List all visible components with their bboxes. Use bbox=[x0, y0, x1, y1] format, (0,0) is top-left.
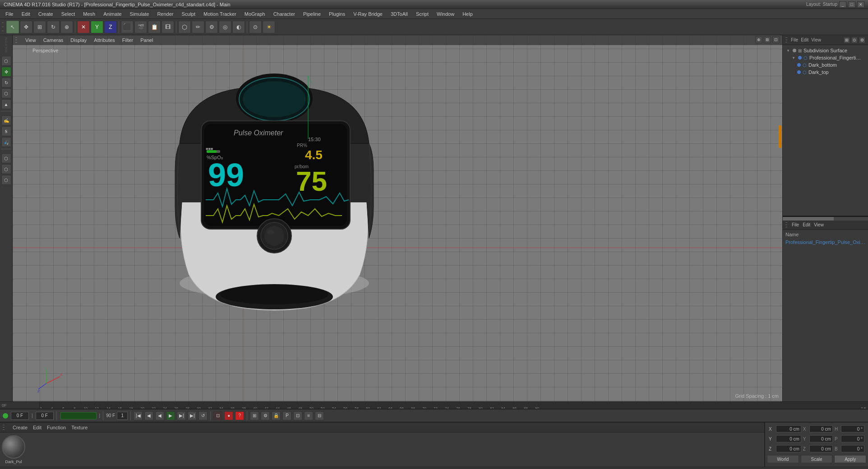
timeline-range[interactable] bbox=[60, 412, 97, 419]
auto-key-btn[interactable]: ⊡ bbox=[213, 411, 222, 420]
right-panel-icons[interactable]: ⊞ bbox=[844, 37, 850, 43]
left-box3-btn[interactable]: ⬡ bbox=[1, 175, 11, 185]
menu-window[interactable]: Window bbox=[433, 10, 458, 18]
fps-input[interactable] bbox=[117, 412, 128, 420]
material-thumbnail[interactable] bbox=[2, 435, 25, 459]
viewport-menu-panel[interactable]: Panel bbox=[140, 37, 153, 43]
loop-btn[interactable]: ↺ bbox=[199, 411, 208, 420]
attr-file[interactable]: File bbox=[792, 222, 799, 227]
play-back-btn[interactable]: ◀ bbox=[155, 411, 164, 420]
right-panel-search[interactable]: ⊙ bbox=[851, 37, 858, 43]
tool-anim1[interactable]: 🎬 bbox=[134, 21, 147, 33]
tool-scale[interactable]: ⊞ bbox=[33, 21, 46, 33]
tool-move[interactable]: ✥ bbox=[20, 21, 32, 33]
tool-anim2[interactable]: 📋 bbox=[148, 21, 161, 33]
left-uvw-btn[interactable]: ▲ bbox=[1, 99, 11, 109]
tool-z[interactable]: Z bbox=[104, 21, 117, 33]
menu-mograph[interactable]: MoGraph bbox=[241, 10, 269, 18]
motion-mode-btn[interactable]: ⊞ bbox=[250, 411, 259, 420]
tool-gear[interactable]: ⚙ bbox=[205, 21, 218, 33]
p-mode-btn[interactable]: P bbox=[282, 411, 291, 420]
left-poly-btn[interactable]: ⬡ bbox=[1, 88, 11, 98]
scroll-thumb[interactable] bbox=[783, 217, 834, 221]
tool-y[interactable]: Y bbox=[91, 21, 103, 33]
scale-btn[interactable]: Scale bbox=[801, 455, 833, 463]
right-panel-settings[interactable]: ⚙ bbox=[859, 37, 865, 43]
mat-function[interactable]: Function bbox=[47, 425, 66, 430]
coord-y-size[interactable] bbox=[809, 435, 833, 442]
attr-edit[interactable]: Edit bbox=[803, 222, 810, 227]
left-model-btn[interactable]: ⬡ bbox=[1, 56, 11, 66]
coord-b-rot[interactable] bbox=[841, 445, 864, 452]
coord-z-pos[interactable] bbox=[776, 445, 801, 452]
go-start-btn[interactable]: |◀ bbox=[134, 411, 143, 420]
box-mode-btn[interactable]: ⊟ bbox=[315, 411, 324, 420]
record-active-btn[interactable]: ● bbox=[224, 411, 233, 420]
tree-item-main-obj[interactable]: ▼ ⬡ Professional_Fingertip_Pulse_Oxim bbox=[790, 54, 866, 61]
left-box2-btn[interactable]: ⬡ bbox=[1, 164, 11, 174]
tool-universal[interactable]: ⊕ bbox=[60, 21, 73, 33]
menu-script[interactable]: Script bbox=[412, 10, 432, 18]
left-pen-btn[interactable]: ✍ bbox=[1, 115, 11, 125]
coord-x-pos[interactable] bbox=[776, 425, 801, 432]
settings-mode-btn[interactable]: ⚙ bbox=[261, 411, 270, 420]
minimize-btn[interactable]: _ bbox=[839, 1, 846, 8]
viewport-ctrl-2[interactable]: ⊞ bbox=[764, 36, 771, 43]
menu-pipeline[interactable]: Pipeline bbox=[300, 10, 324, 18]
viewport-menu-cameras[interactable]: Cameras bbox=[43, 37, 64, 43]
coord-x-size[interactable] bbox=[809, 425, 833, 432]
menu-render[interactable]: Render bbox=[153, 10, 177, 18]
list-mode-btn[interactable]: ≡ bbox=[304, 411, 313, 420]
menu-3dtoall[interactable]: 3DToAll bbox=[387, 10, 411, 18]
material-item[interactable]: Dark_Pul bbox=[2, 435, 25, 464]
viewport[interactable]: View Cameras Display Attributes Filter P… bbox=[13, 35, 782, 401]
right-panel-scrollbar[interactable] bbox=[783, 216, 868, 220]
maximize-btn[interactable]: □ bbox=[848, 1, 855, 8]
menu-vray[interactable]: V-Ray Bridge bbox=[350, 10, 386, 18]
left-box1-btn[interactable]: ⬡ bbox=[1, 153, 11, 163]
tool-x[interactable]: ✕ bbox=[77, 21, 90, 33]
menu-sculpt[interactable]: Sculpt bbox=[178, 10, 199, 18]
tool-pen[interactable]: ✏ bbox=[192, 21, 204, 33]
tool-cube[interactable]: ⬛ bbox=[121, 21, 134, 33]
tree-item-dark-top[interactable]: ⬡ Dark_top bbox=[795, 69, 866, 76]
right-panel-file[interactable]: File bbox=[791, 37, 798, 42]
tool-anim3[interactable]: 🎞 bbox=[162, 21, 174, 33]
viewport-ctrl-3[interactable]: ⊡ bbox=[772, 36, 780, 43]
coord-y-pos[interactable] bbox=[776, 435, 801, 442]
menu-motion-tracker[interactable]: Motion Tracker bbox=[200, 10, 240, 18]
menu-plugins[interactable]: Plugins bbox=[325, 10, 349, 18]
left-points-btn[interactable]: ✥ bbox=[1, 67, 11, 77]
left-s-btn[interactable]: S bbox=[1, 126, 11, 136]
menu-simulate[interactable]: Simulate bbox=[126, 10, 153, 18]
mat-texture[interactable]: Texture bbox=[71, 425, 88, 430]
tool-rotate[interactable]: ↻ bbox=[47, 21, 60, 33]
tool-circle2[interactable]: ◐ bbox=[232, 21, 245, 33]
close-btn[interactable]: ✕ bbox=[857, 1, 864, 8]
coord-p-rot[interactable] bbox=[841, 435, 864, 442]
record-btn[interactable]: ? bbox=[235, 411, 244, 420]
left-edge-btn[interactable]: ↻ bbox=[1, 78, 11, 87]
viewport-menu-filter[interactable]: Filter bbox=[122, 37, 133, 43]
menu-edit[interactable]: Edit bbox=[18, 10, 34, 18]
menu-character[interactable]: Character bbox=[270, 10, 299, 18]
world-btn[interactable]: World bbox=[767, 455, 799, 463]
tree-item-dark-bottom[interactable]: ⬡ Dark_bottom bbox=[795, 61, 866, 69]
go-end-btn[interactable]: ▶| bbox=[188, 411, 197, 420]
tool-light[interactable]: ☀ bbox=[263, 21, 275, 33]
attr-view[interactable]: View bbox=[814, 222, 824, 227]
apply-btn[interactable]: Apply bbox=[834, 455, 866, 463]
tree-item-subdivision[interactable]: ▼ ⊞ Subdivision Surface bbox=[785, 47, 866, 54]
menu-help[interactable]: Help bbox=[459, 10, 476, 18]
lock-mode-btn[interactable]: 🔒 bbox=[272, 411, 281, 420]
coord-z-size[interactable] bbox=[809, 445, 833, 452]
tool-select[interactable]: ↖ bbox=[6, 21, 19, 33]
next-frame-btn[interactable]: ▶| bbox=[177, 411, 186, 420]
right-panel-edit[interactable]: Edit bbox=[801, 37, 808, 42]
menu-file[interactable]: File bbox=[2, 10, 17, 18]
coord-h-rot[interactable] bbox=[841, 425, 864, 432]
viewport-ctrl-1[interactable]: ⊕ bbox=[755, 36, 762, 43]
current-frame-input[interactable] bbox=[11, 412, 29, 420]
prev-frame-btn[interactable]: ◀ bbox=[144, 411, 153, 420]
play-fwd-btn[interactable]: ▶ bbox=[166, 411, 175, 420]
